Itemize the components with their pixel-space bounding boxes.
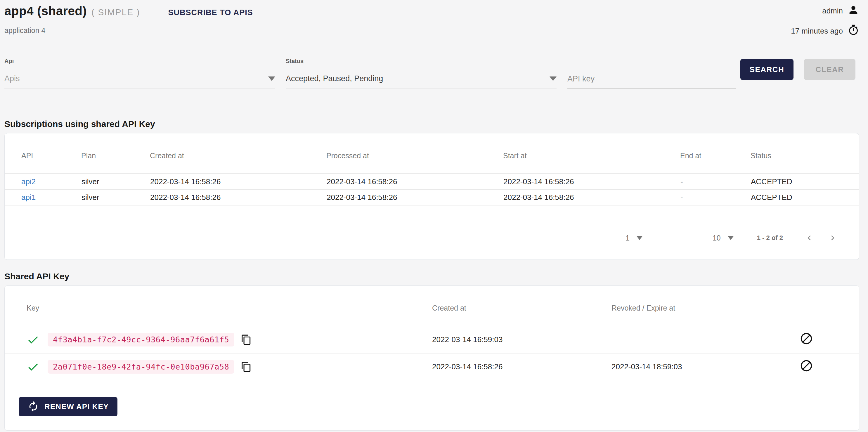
end-at-cell: -: [680, 190, 750, 205]
status-filter-label: Status: [286, 58, 557, 65]
renew-api-key-button[interactable]: RENEW API KEY: [19, 397, 118, 416]
processed-at-cell: 2022-03-14 16:58:26: [326, 190, 503, 205]
start-at-cell: 2022-03-14 16:58:26: [503, 190, 680, 205]
api-filter-placeholder: Apis: [4, 74, 20, 83]
plan-cell: silver: [81, 174, 150, 190]
renew-api-key-label: RENEW API KEY: [44, 402, 109, 411]
column-header-status: Status: [750, 133, 859, 174]
person-icon: [847, 4, 859, 18]
created-at-cell: 2022-03-14 16:58:26: [150, 174, 326, 190]
column-header-processed-at: Processed at: [326, 133, 503, 174]
status-filter-field: Status Accepted, Paused, Pending: [286, 58, 557, 89]
search-button[interactable]: SEARCH: [740, 59, 794, 80]
column-header-key-created-at: Created at: [432, 286, 612, 326]
page-size-value: 10: [713, 234, 721, 242]
copy-key-button[interactable]: [241, 334, 252, 345]
user-menu[interactable]: admin: [822, 4, 859, 18]
shared-api-key-table: Key Created at Revoked / Expire at 4f3a4…: [5, 286, 859, 380]
next-page-button[interactable]: [827, 232, 838, 244]
last-activity-label: 17 minutes ago: [791, 27, 843, 36]
api-key-input[interactable]: [567, 73, 736, 84]
previous-page-button[interactable]: [803, 232, 815, 244]
table-row: 4f3a4b1a-f7c2-49cc-9364-96aa7f6a61f5 202…: [5, 326, 859, 353]
key-created-at-cell: 2022-03-14 16:59:03: [432, 326, 612, 353]
api-link[interactable]: api2: [21, 177, 36, 186]
plan-cell: silver: [81, 190, 150, 205]
ban-icon: [800, 359, 813, 372]
table-row: 2a071f0e-18e9-42fa-94fc-0e10ba967a58 202…: [5, 353, 859, 380]
copy-key-button[interactable]: [241, 361, 252, 372]
check-icon: [27, 333, 39, 346]
refresh-icon: [28, 401, 39, 412]
table-row: api1 silver 2022-03-14 16:58:26 2022-03-…: [5, 190, 859, 205]
page-title: app4 (shared): [4, 4, 87, 18]
column-header-start-at: Start at: [503, 133, 680, 174]
column-header-plan: Plan: [81, 133, 150, 174]
subscriptions-section-title: Subscriptions using shared API Key: [4, 119, 859, 129]
created-at-cell: 2022-03-14 16:58:26: [150, 190, 326, 205]
status-filter-select[interactable]: Accepted, Paused, Pending: [286, 73, 557, 84]
page-size-select[interactable]: 10: [713, 234, 734, 242]
status-cell: ACCEPTED: [750, 174, 859, 190]
check-icon: [27, 361, 39, 373]
caret-down-icon: [728, 236, 734, 240]
revoke-key-button[interactable]: [800, 332, 813, 345]
app-description: application 4: [4, 26, 253, 35]
keys-header-row: Key Created at Revoked / Expire at: [5, 286, 859, 326]
column-header-actions: [791, 286, 859, 326]
app-type-badge: ( SIMPLE ): [91, 7, 140, 17]
clear-button[interactable]: CLEAR: [804, 59, 856, 80]
api-link[interactable]: api1: [21, 193, 36, 202]
key-revoked-at-cell: 2022-03-14 18:59:03: [612, 353, 791, 380]
caret-down-icon: [637, 236, 643, 240]
table-row: api2 silver 2022-03-14 16:58:26 2022-03-…: [5, 174, 859, 190]
column-header-created-at: Created at: [150, 133, 326, 174]
key-revoked-at-cell: [612, 326, 791, 353]
api-filter-label: Api: [4, 58, 275, 65]
status-cell: ACCEPTED: [750, 190, 859, 205]
subscriptions-table: API Plan Created at Processed at Start a…: [5, 133, 859, 216]
column-header-revoked-expire-at: Revoked / Expire at: [612, 286, 791, 326]
header-meta: admin 17 minutes ago: [791, 4, 859, 38]
subscriptions-card: API Plan Created at Processed at Start a…: [4, 133, 859, 260]
page-select-value: 1: [625, 234, 629, 242]
revoke-key-button[interactable]: [800, 359, 813, 372]
username-label: admin: [822, 6, 843, 15]
api-key-value: 2a071f0e-18e9-42fa-94fc-0e10ba967a58: [48, 360, 234, 374]
page-header: app4 (shared) ( SIMPLE ) SUBSCRIBE TO AP…: [4, 4, 859, 38]
end-at-cell: -: [680, 174, 750, 190]
api-key-value: 4f3a4b1a-f7c2-49cc-9364-96aa7f6a61f5: [48, 333, 234, 346]
api-filter-select[interactable]: Apis: [4, 73, 275, 84]
api-key-filter-field: [567, 58, 736, 89]
shared-api-key-card: Key Created at Revoked / Expire at 4f3a4…: [4, 286, 859, 431]
column-header-key: Key: [5, 286, 432, 326]
subscribe-to-apis-link[interactable]: SUBSCRIBE TO APIS: [168, 8, 253, 17]
key-created-at-cell: 2022-03-14 16:58:26: [432, 353, 612, 380]
column-header-api: API: [5, 133, 81, 174]
status-filter-value: Accepted, Paused, Pending: [286, 74, 383, 83]
last-activity: 17 minutes ago: [791, 24, 859, 38]
pagination-bar: 1 10 1 - 2 of 2: [5, 216, 859, 260]
header-left: app4 (shared) ( SIMPLE ) SUBSCRIBE TO AP…: [4, 4, 253, 35]
application-page: app4 (shared) ( SIMPLE ) SUBSCRIBE TO AP…: [0, 0, 868, 431]
ban-icon: [800, 332, 813, 345]
processed-at-cell: 2022-03-14 16:58:26: [326, 174, 503, 190]
filter-bar: Api Apis Status Accepted, Paused, Pendin…: [4, 58, 859, 89]
chevron-right-icon: [828, 233, 838, 243]
caret-down-icon: [268, 76, 275, 81]
subscriptions-header-row: API Plan Created at Processed at Start a…: [5, 133, 859, 174]
copy-icon: [241, 361, 252, 372]
start-at-cell: 2022-03-14 16:58:26: [503, 174, 680, 190]
caret-down-icon: [550, 76, 557, 81]
page-select[interactable]: 1: [625, 234, 643, 242]
shared-api-key-section-title: Shared API Key: [4, 271, 859, 281]
column-header-end-at: End at: [680, 133, 750, 174]
chevron-left-icon: [804, 233, 814, 243]
pagination-range-label: 1 - 2 of 2: [757, 234, 783, 242]
copy-icon: [241, 334, 252, 345]
table-spacer: [5, 205, 859, 216]
timer-icon: [847, 24, 859, 38]
api-filter-field: Api Apis: [4, 58, 275, 89]
